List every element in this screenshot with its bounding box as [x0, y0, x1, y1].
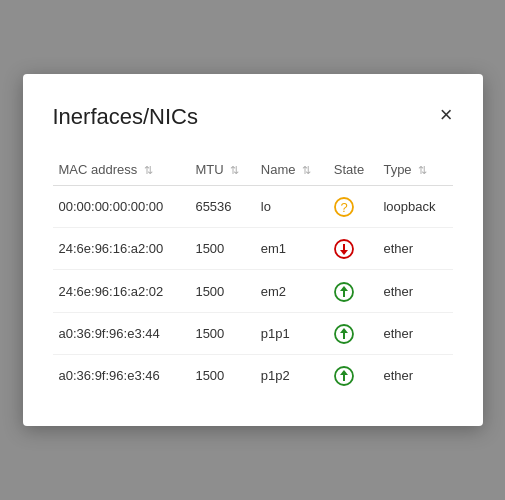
- sort-icon-mtu: ⇅: [230, 164, 239, 176]
- cell-type: ether: [377, 270, 452, 312]
- cell-mac: a0:36:9f:96:e3:44: [53, 312, 190, 354]
- cell-state: [328, 312, 378, 354]
- cell-mac: a0:36:9f:96:e3:46: [53, 354, 190, 396]
- status-icon: ?: [334, 196, 354, 217]
- cell-name: p1p1: [255, 312, 328, 354]
- header-row: MAC address ⇅ MTU ⇅ Name ⇅ State Type ⇅: [53, 154, 453, 186]
- svg-marker-13: [340, 370, 348, 375]
- status-icon: [334, 365, 354, 386]
- table-row: a0:36:9f:96:e3:441500p1p1ether: [53, 312, 453, 354]
- cell-name: p1p2: [255, 354, 328, 396]
- modal-header: Inerfaces/NICs ×: [53, 104, 453, 130]
- status-icon: [334, 323, 354, 344]
- col-name: Name ⇅: [255, 154, 328, 186]
- col-mac: MAC address ⇅: [53, 154, 190, 186]
- cell-mac: 24:6e:96:16:a2:00: [53, 228, 190, 270]
- cell-state: ?: [328, 185, 378, 227]
- cell-type: ether: [377, 354, 452, 396]
- cell-mac: 00:00:00:00:00:00: [53, 185, 190, 227]
- status-icon: [334, 280, 354, 301]
- cell-type: ether: [377, 228, 452, 270]
- svg-text:?: ?: [340, 200, 347, 215]
- table-header: MAC address ⇅ MTU ⇅ Name ⇅ State Type ⇅: [53, 154, 453, 186]
- nics-table: MAC address ⇅ MTU ⇅ Name ⇅ State Type ⇅ …: [53, 154, 453, 396]
- cell-mtu: 1500: [189, 270, 254, 312]
- modal-title: Inerfaces/NICs: [53, 104, 199, 130]
- modal-dialog: Inerfaces/NICs × MAC address ⇅ MTU ⇅ Nam…: [23, 74, 483, 426]
- svg-marker-10: [340, 328, 348, 333]
- cell-state: [328, 354, 378, 396]
- overlay: Inerfaces/NICs × MAC address ⇅ MTU ⇅ Nam…: [0, 0, 505, 500]
- sort-icon-name: ⇅: [302, 164, 311, 176]
- table-row: 24:6e:96:16:a2:001500em1ether: [53, 228, 453, 270]
- cell-mac: 24:6e:96:16:a2:02: [53, 270, 190, 312]
- cell-name: lo: [255, 185, 328, 227]
- table-row: 24:6e:96:16:a2:021500em2ether: [53, 270, 453, 312]
- cell-name: em1: [255, 228, 328, 270]
- col-type: Type ⇅: [377, 154, 452, 186]
- col-state: State: [328, 154, 378, 186]
- col-mtu: MTU ⇅: [189, 154, 254, 186]
- cell-name: em2: [255, 270, 328, 312]
- cell-state: [328, 228, 378, 270]
- cell-mtu: 65536: [189, 185, 254, 227]
- cell-state: [328, 270, 378, 312]
- cell-type: loopback: [377, 185, 452, 227]
- sort-icon-mac: ⇅: [144, 164, 153, 176]
- svg-marker-4: [340, 250, 348, 255]
- table-row: 00:00:00:00:00:0065536lo?loopback: [53, 185, 453, 227]
- cell-mtu: 1500: [189, 312, 254, 354]
- status-icon: [334, 238, 354, 259]
- table-body: 00:00:00:00:00:0065536lo?loopback24:6e:9…: [53, 185, 453, 396]
- table-row: a0:36:9f:96:e3:461500p1p2ether: [53, 354, 453, 396]
- close-button[interactable]: ×: [440, 104, 453, 126]
- cell-mtu: 1500: [189, 354, 254, 396]
- cell-type: ether: [377, 312, 452, 354]
- svg-marker-7: [340, 286, 348, 291]
- sort-icon-type: ⇅: [418, 164, 427, 176]
- cell-mtu: 1500: [189, 228, 254, 270]
